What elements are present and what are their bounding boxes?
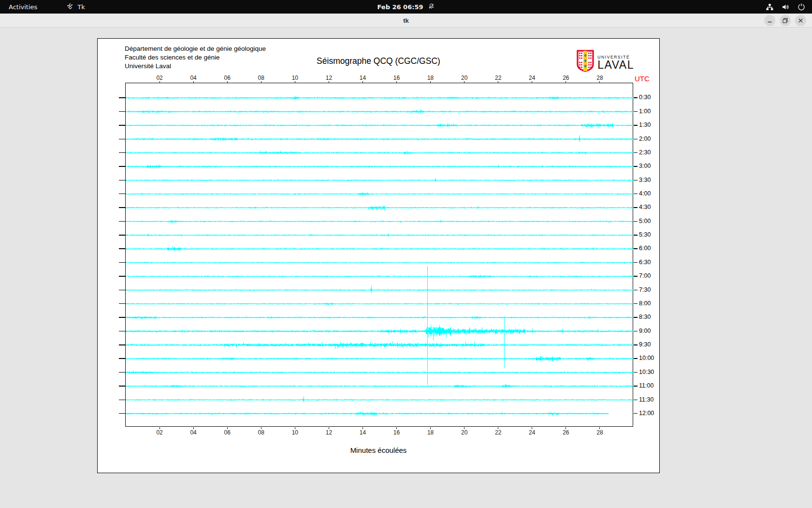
window-titlebar[interactable]: tk	[0, 14, 812, 28]
x-tick-label: 26	[563, 75, 569, 81]
utc-time-label: 8:00	[639, 300, 651, 307]
x-tick-label: 24	[529, 75, 535, 81]
x-tick-label: 20	[461, 429, 467, 436]
universite-laval-logo: UNIVERSITÉ LAVAL	[577, 50, 634, 74]
x-tick-label: 10	[292, 429, 298, 436]
x-tick-label: 02	[156, 429, 162, 436]
x-tick-label: 16	[393, 429, 400, 436]
row-tick-left	[119, 207, 126, 208]
x-tick-label: 12	[326, 429, 332, 436]
maximize-button[interactable]	[780, 15, 791, 26]
minimize-button[interactable]	[764, 15, 775, 26]
x-tick	[599, 81, 600, 83]
row-tick-right	[634, 194, 638, 194]
utc-time-label: 2:30	[639, 149, 651, 156]
row-tick-left	[119, 235, 126, 236]
utc-time-label: 11:00	[639, 382, 653, 389]
notifications-muted-icon	[428, 3, 435, 11]
x-tick	[193, 81, 194, 83]
row-tick-right	[634, 125, 638, 126]
row-tick-left	[119, 317, 126, 318]
x-tick-label: 08	[258, 429, 264, 436]
row-tick-right	[634, 152, 638, 153]
app-menu-button[interactable]: Tk	[66, 3, 85, 11]
power-icon	[798, 3, 805, 11]
x-tick	[329, 81, 329, 83]
window-controls	[764, 15, 806, 26]
row-tick-left	[119, 248, 126, 249]
row-tick-left	[119, 358, 126, 359]
utc-time-label: 1:30	[639, 121, 651, 128]
x-tick	[160, 81, 160, 83]
system-status-area[interactable]	[766, 0, 805, 14]
utc-axis-title: UTC	[635, 75, 650, 83]
x-tick-label: 16	[393, 75, 400, 81]
app-menu-label: Tk	[77, 3, 85, 11]
utc-time-label: 6:30	[639, 259, 651, 266]
x-tick	[227, 81, 228, 83]
x-tick-label: 14	[360, 429, 366, 436]
x-tick-label: 28	[596, 429, 603, 436]
x-tick-label: 12	[326, 75, 332, 81]
utc-time-label: 1:00	[639, 108, 651, 115]
row-tick-right	[634, 372, 638, 373]
row-tick-left	[119, 303, 126, 304]
x-tick-label: 22	[495, 75, 501, 81]
row-tick-left	[119, 152, 126, 153]
laval-logo-text: UNIVERSITÉ LAVAL	[597, 55, 634, 70]
row-tick-right	[634, 207, 638, 208]
x-tick-label: 02	[156, 75, 162, 81]
x-tick	[295, 81, 295, 83]
x-tick-label: 24	[529, 429, 535, 436]
utc-time-label: 6:00	[639, 245, 651, 252]
row-tick-left	[119, 97, 126, 98]
x-tick-label: 28	[596, 75, 603, 81]
volume-icon	[782, 3, 790, 11]
x-tick-label: 20	[461, 75, 467, 81]
utc-time-label: 7:30	[639, 286, 651, 293]
row-tick-left	[119, 111, 126, 112]
x-tick-label: 18	[427, 75, 434, 81]
row-tick-right	[634, 317, 638, 318]
row-tick-left	[119, 331, 126, 332]
row-tick-right	[634, 248, 638, 249]
row-tick-left	[119, 276, 126, 277]
x-tick-label: 04	[190, 75, 196, 81]
tk-app-icon	[66, 3, 74, 11]
x-tick	[532, 81, 532, 83]
row-tick-left	[119, 262, 126, 263]
x-tick-label: 14	[360, 75, 366, 81]
x-tick-label: 26	[563, 429, 569, 436]
row-tick-right	[634, 331, 638, 332]
row-tick-left	[119, 139, 126, 140]
x-tick	[261, 81, 261, 83]
row-tick-right	[634, 111, 638, 112]
seismogram-traces	[126, 83, 634, 427]
laval-logo-line2: LAVAL	[597, 60, 634, 70]
clock-button[interactable]: Feb 26 06:59	[377, 0, 435, 14]
row-tick-right	[634, 386, 638, 387]
activities-button[interactable]: Activities	[0, 0, 46, 14]
x-tick-label: 06	[224, 429, 231, 436]
close-button[interactable]	[795, 15, 806, 26]
row-tick-right	[634, 235, 638, 236]
utc-time-label: 8:30	[639, 314, 651, 320]
row-tick-left	[119, 180, 126, 181]
row-tick-right	[634, 358, 638, 359]
row-tick-right	[634, 97, 638, 98]
row-tick-left	[119, 125, 126, 126]
activities-label: Activities	[9, 3, 37, 11]
x-tick-label: 18	[427, 429, 434, 436]
row-tick-left	[119, 344, 126, 345]
x-tick	[396, 81, 397, 83]
row-tick-right	[634, 180, 638, 181]
gnome-top-bar: Activities Tk Feb 26 06:59	[0, 0, 812, 14]
row-tick-left	[119, 372, 126, 373]
x-tick	[498, 81, 498, 83]
row-tick-right	[634, 221, 638, 222]
row-tick-right	[634, 344, 638, 345]
utc-time-label: 7:00	[639, 272, 651, 279]
utc-time-label: 3:30	[639, 177, 651, 183]
row-tick-right	[634, 290, 638, 291]
seismograph-canvas-frame: Département de géologie et de génie géol…	[97, 38, 660, 473]
